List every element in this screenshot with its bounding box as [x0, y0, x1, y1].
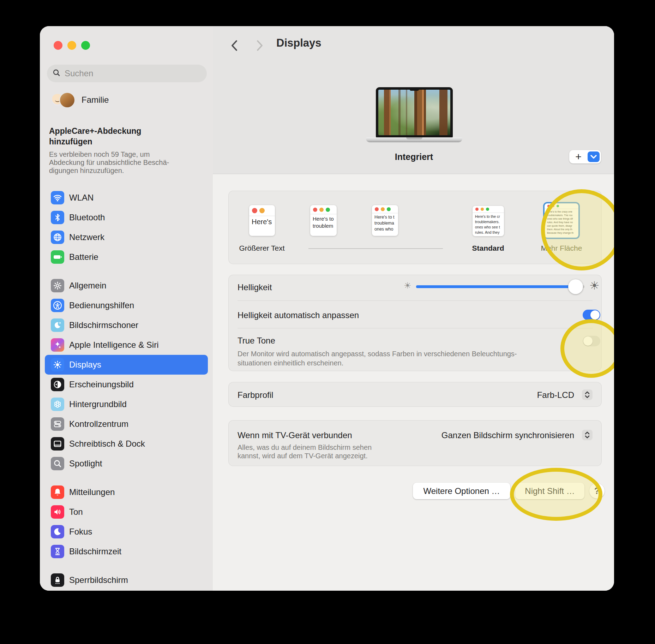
color-profile-stepper-icon[interactable] [582, 389, 593, 400]
family-avatar [59, 92, 75, 108]
controlcenter-icon [51, 417, 64, 431]
window-dot-icon [557, 205, 559, 207]
picker-option-groesserer-text[interactable]: Here's [249, 205, 275, 236]
sidebar-item-bildschirmschoner[interactable]: Bildschirmschoner [45, 315, 208, 335]
search-field[interactable] [47, 65, 207, 82]
sidebar-item-batterie[interactable]: Batterie [45, 247, 208, 267]
true-tone-toggle[interactable] [583, 336, 600, 346]
picker-option-3[interactable]: Here's to ttroublemaones who [372, 205, 398, 236]
sidebar-item-sperrbildschirm[interactable]: Sperrbildschirm [45, 570, 208, 590]
window-dot-icon [319, 208, 324, 212]
tv-mirroring-stepper-icon[interactable] [582, 430, 593, 440]
sidebar-list: WLANBluetoothNetzwerkBatterieAllgemeinBe… [45, 188, 208, 591]
sidebar-item-displays[interactable]: Displays [45, 355, 208, 375]
tv-mirroring-label: Wenn mit TV-Gerät verbunden [238, 430, 352, 440]
thumb-text-line: troublemakers. The rou [547, 214, 578, 217]
sidebar-item-mitteilungen[interactable]: Mitteilungen [45, 482, 208, 502]
sidebar-item-netzwerk[interactable]: Netzwerk [45, 227, 208, 247]
window-dot-icon [481, 208, 484, 211]
picker-option-standard[interactable]: Here's to the crtroublemakers.ones who s… [473, 206, 504, 236]
true-tone-label: True Tone [238, 336, 275, 346]
sidebar-item-familie[interactable]: Familie [52, 93, 109, 107]
sidebar-item-kontrollzentrum[interactable]: Kontrollzentrum [45, 414, 208, 434]
sidebar-item-erscheinungsbild[interactable]: Erscheinungsbild [45, 375, 208, 394]
settings-window: Familie AppleCare+-Abdeckung hinzufügen … [40, 26, 614, 591]
window-dot-icon [252, 208, 257, 213]
chevron-down-icon[interactable] [588, 151, 600, 162]
wallpaper-thumbnail [378, 90, 450, 135]
sidebar-group: Sperrbildschirm [45, 570, 208, 590]
applecare-banner[interactable]: AppleCare+-Abdeckung hinzufügen Es verbl… [49, 126, 204, 175]
thumb-text-line: ones who see t [475, 225, 504, 230]
sidebar-item-bedienungshilfen[interactable]: Bedienungshilfen [45, 296, 208, 315]
thumb-text-line: them. About the only th [547, 228, 578, 231]
plus-icon[interactable]: + [569, 150, 588, 163]
color-profile-value[interactable]: Farb-LCD [537, 390, 574, 400]
window-dot-icon [326, 208, 330, 212]
add-display-button[interactable]: + [569, 150, 601, 163]
sidebar-item-label: Allgemein [69, 281, 106, 291]
brightness-dim-icon: ☀ [404, 281, 411, 291]
help-button[interactable]: ? [589, 483, 605, 499]
sidebar-item-label: Netzwerk [69, 232, 104, 242]
thumb-text-line: Here's to [313, 215, 337, 222]
sidebar-item-label: Bluetooth [69, 213, 105, 222]
minimize-button[interactable] [67, 41, 76, 50]
window-dot-icon [547, 205, 550, 207]
bluetooth-icon [51, 211, 64, 224]
hourglass-icon [51, 545, 64, 558]
true-tone-description: Der Monitor wird automatisch angepasst, … [238, 349, 517, 368]
picker-option-2[interactable]: Here's totroublem [310, 205, 337, 236]
thumb-text-line: Here's [252, 217, 275, 226]
laptop-base [366, 137, 462, 142]
auto-brightness-toggle[interactable] [583, 310, 600, 320]
brightness-slider-fill [416, 285, 576, 288]
lock-icon [51, 573, 64, 587]
more-options-button[interactable]: Weitere Optionen … [413, 483, 510, 499]
sidebar-item-bildschirmzeit[interactable]: Bildschirmzeit [45, 542, 208, 561]
tv-mirroring-value[interactable]: Ganzen Bildschirm synchronisieren [441, 430, 574, 440]
color-profile-card: Farbprofil Farb-LCD [228, 382, 602, 407]
sidebar-item-fokus[interactable]: Fokus [45, 522, 208, 542]
thumb-text-line: ones who see things dif [547, 217, 578, 221]
window-dot-icon [381, 207, 385, 211]
color-profile-label: Farbprofil [238, 390, 273, 400]
sidebar-item-hintergrundbild[interactable]: Hintergrundbild [45, 394, 208, 414]
tv-mirroring-card: Wenn mit TV-Gerät verbunden Ganzen Bilds… [228, 420, 602, 466]
accessibility-icon [51, 299, 64, 312]
zoom-button[interactable] [81, 41, 90, 50]
sidebar-item-label: Hintergrundbild [69, 399, 127, 409]
sidebar-group: MitteilungenTonFokusBildschirmzeit [45, 482, 208, 561]
family-label: Familie [82, 95, 109, 105]
search-input[interactable] [64, 68, 201, 79]
sidebar-item-bluetooth[interactable]: Bluetooth [45, 208, 208, 227]
intelligence-icon [51, 338, 64, 352]
thumb-text-line: rules. And they have no [547, 221, 578, 224]
night-shift-button[interactable]: Night Shift … [515, 483, 584, 499]
sidebar-item-apple-intelligence-siri[interactable]: Apple Intelligence & Siri [45, 335, 208, 355]
close-button[interactable] [54, 41, 62, 50]
sidebar-item-ton[interactable]: Ton [45, 502, 208, 522]
traffic-lights [54, 41, 90, 50]
picker-option-mehr-flaeche[interactable]: Here's to the crazy onetroublemakers. Th… [545, 203, 578, 238]
sidebar-item-schreibtisch-dock[interactable]: Schreibtisch & Dock [45, 434, 208, 454]
sidebar-item-wlan[interactable]: WLAN [45, 188, 208, 208]
sidebar-item-label: Apple Intelligence & Siri [69, 340, 158, 350]
brightness-slider-knob[interactable] [568, 279, 583, 294]
thumb-text-line: troublema [374, 220, 398, 226]
sidebar-item-label: WLAN [69, 193, 94, 203]
divider [238, 328, 593, 328]
sidebar-group: WLANBluetoothNetzwerkBatterie [45, 188, 208, 267]
divider [238, 300, 593, 301]
forward-button[interactable] [254, 40, 266, 52]
thumb-text-line: troublemakers. [475, 219, 504, 225]
sidebar-item-allgemein[interactable]: Allgemein [45, 276, 208, 296]
thumb-text-line: troublem [313, 222, 337, 229]
window-dot-icon [387, 207, 391, 211]
window-dot-icon [552, 205, 554, 207]
window-dot-icon [313, 208, 317, 212]
search-icon [53, 69, 60, 78]
thumb-text-line: Here's to t [374, 214, 398, 220]
back-button[interactable] [228, 40, 240, 52]
sidebar-item-spotlight[interactable]: Spotlight [45, 454, 208, 473]
